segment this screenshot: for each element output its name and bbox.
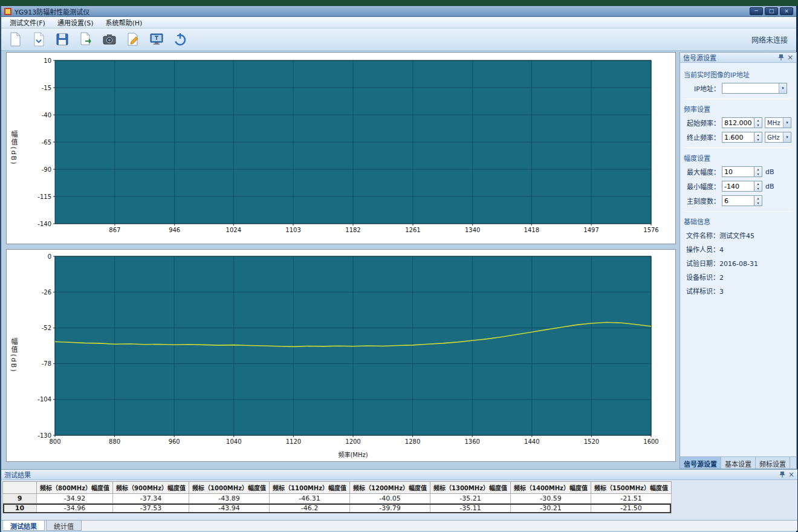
spin-up-icon[interactable]: ▴ (754, 118, 762, 123)
window-title: YG913防辐射性能测试仪 (15, 7, 89, 16)
spin-down-icon[interactable]: ▾ (754, 201, 762, 206)
svg-text:1024: 1024 (226, 227, 241, 233)
svg-text:867: 867 (109, 227, 120, 233)
spin-up-icon[interactable]: ▴ (754, 196, 762, 201)
table-row[interactable]: 10-34.96-37.53-43.94-46.2-39.79-35.11-30… (3, 504, 672, 513)
tab-test-results[interactable]: 测试结果 (2, 521, 45, 531)
cell-value: -34.92 (37, 494, 113, 504)
svg-text:-52: -52 (42, 325, 51, 331)
svg-text:-26: -26 (42, 289, 51, 296)
open-file-icon[interactable] (30, 30, 48, 48)
results-column-header: 频标（1200MHz）幅度值 (350, 482, 430, 494)
screenshot-icon[interactable] (100, 30, 118, 48)
min-amplitude-label: 最小幅度： (684, 181, 720, 191)
svg-text:-65: -65 (42, 139, 51, 146)
results-table: 频标（800MHz）幅度值频标（900MHz）幅度值频标（1000MHz）幅度值… (2, 481, 672, 513)
ip-address-select[interactable]: ▾ (722, 83, 787, 94)
svg-text:880: 880 (109, 438, 120, 445)
frequency-group-title: 频率设置 (684, 104, 793, 114)
maximize-button[interactable]: □ (765, 7, 778, 15)
spin-down-icon[interactable]: ▾ (754, 123, 762, 128)
menu-bar: 测试文件(F) 通用设置(S) 系统帮助(H) (1, 17, 796, 28)
stop-frequency-label: 终止频率： (684, 132, 720, 142)
pin-icon[interactable] (778, 54, 784, 61)
svg-text:-40: -40 (42, 112, 51, 118)
edit-icon[interactable] (124, 30, 142, 48)
table-row[interactable]: 9-34.92-37.34-43.89-46.31-40.05-35.21-30… (3, 494, 672, 504)
cell-value: -35.11 (430, 504, 510, 513)
spin-down-icon[interactable]: ▾ (754, 186, 762, 191)
major-ticks-input[interactable] (722, 195, 754, 206)
min-amplitude-stepper[interactable]: ▴▾ (754, 181, 762, 192)
results-column-header: 频标（1300MHz）幅度值 (430, 482, 510, 494)
tab-marker-settings[interactable]: 频标设置 (756, 457, 790, 469)
tab-signal-source-settings[interactable]: 信号源设置 (680, 457, 721, 469)
svg-text:-15: -15 (42, 85, 51, 91)
svg-text:1418: 1418 (524, 227, 539, 233)
start-frequency-stepper[interactable]: ▴▾ (754, 117, 762, 128)
power-icon[interactable] (171, 30, 189, 48)
start-frequency-input[interactable] (722, 117, 754, 128)
max-amplitude-stepper[interactable]: ▴▾ (754, 166, 762, 177)
pin-icon[interactable] (779, 471, 785, 478)
stop-frequency-unit-select[interactable]: GHz ▾ (765, 132, 791, 143)
results-column-header: 频标（800MHz）幅度值 (37, 482, 113, 494)
start-frequency-label: 起始频率： (684, 118, 720, 128)
save-icon[interactable] (53, 30, 71, 48)
ip-label: IP地址： (684, 83, 720, 93)
max-amplitude-label: 最大幅度： (684, 167, 720, 177)
cell-value: -39.79 (350, 504, 430, 513)
start-frequency-unit-select[interactable]: MHz ▾ (765, 117, 791, 128)
settings-tab-strip: 信号源设置 基本设置 频标设置 (680, 456, 796, 469)
export-file-icon[interactable] (77, 30, 95, 48)
spin-up-icon[interactable]: ▴ (754, 181, 762, 186)
min-amplitude-input[interactable] (722, 181, 754, 192)
start-frequency-unit: MHz (765, 120, 783, 126)
ip-group-title: 当前实时图像的IP地址 (684, 70, 793, 79)
svg-text:1360: 1360 (464, 438, 479, 445)
results-column-header: 频标（1000MHz）幅度值 (189, 482, 270, 494)
svg-text:1340: 1340 (465, 227, 480, 233)
close-icon[interactable]: × (788, 472, 794, 478)
svg-text:-130: -130 (37, 432, 51, 439)
svg-text:-90: -90 (42, 166, 51, 173)
stop-frequency-stepper[interactable]: ▴▾ (754, 132, 762, 143)
spin-up-icon[interactable]: ▴ (754, 167, 762, 172)
cell-value: -30.21 (510, 504, 591, 513)
cell-value: -43.94 (189, 504, 270, 513)
cell-value: -46.31 (270, 494, 350, 504)
minimize-button[interactable]: ─ (750, 7, 763, 15)
close-button[interactable]: × (780, 7, 793, 15)
spin-up-icon[interactable]: ▴ (754, 132, 762, 137)
max-amplitude-unit: dB (765, 168, 774, 176)
menu-item-test-file[interactable]: 测试文件(F) (4, 16, 51, 28)
chevron-down-icon[interactable]: ▾ (783, 132, 791, 142)
signal-panel-body: 当前实时图像的IP地址 IP地址： ▾ 频率设置 起始频率： ▴▾ MHz ▾ (680, 63, 796, 456)
close-icon[interactable]: × (787, 54, 793, 60)
spin-down-icon[interactable]: ▾ (754, 172, 762, 177)
svg-text:1497: 1497 (583, 227, 598, 233)
cell-value: -37.34 (113, 494, 189, 504)
spin-down-icon[interactable]: ▾ (754, 137, 762, 142)
divider (684, 148, 793, 148)
menu-item-system-help[interactable]: 系统帮助(H) (100, 16, 149, 28)
chevron-down-icon[interactable]: ▾ (783, 118, 791, 128)
stop-frequency-input[interactable] (722, 132, 754, 143)
row-number: 9 (3, 494, 37, 504)
menu-item-general-settings[interactable]: 通用设置(S) (51, 16, 100, 28)
chevron-down-icon[interactable]: ▾ (779, 83, 787, 93)
svg-text:频率(MHz): 频率(MHz) (338, 451, 368, 458)
tab-statistics[interactable]: 统计值 (46, 521, 82, 531)
cell-value: -21.51 (591, 494, 671, 504)
max-amplitude-input[interactable] (722, 166, 754, 177)
divider (684, 99, 793, 99)
tab-basic-settings[interactable]: 基本设置 (721, 457, 756, 469)
signal-panel-title: 信号源设置 (683, 53, 716, 62)
major-ticks-stepper[interactable]: ▴▾ (754, 195, 762, 206)
lower-spectrum-chart: 0-26-52-78-104-1308008809601040112012001… (20, 253, 673, 461)
bottom-tab-strip: 测试结果 统计值 (1, 520, 797, 531)
results-column-header: 频标（900MHz）幅度值 (113, 482, 189, 494)
display-icon[interactable] (148, 30, 166, 48)
svg-text:1280: 1280 (405, 438, 420, 445)
new-file-icon[interactable] (6, 30, 24, 48)
